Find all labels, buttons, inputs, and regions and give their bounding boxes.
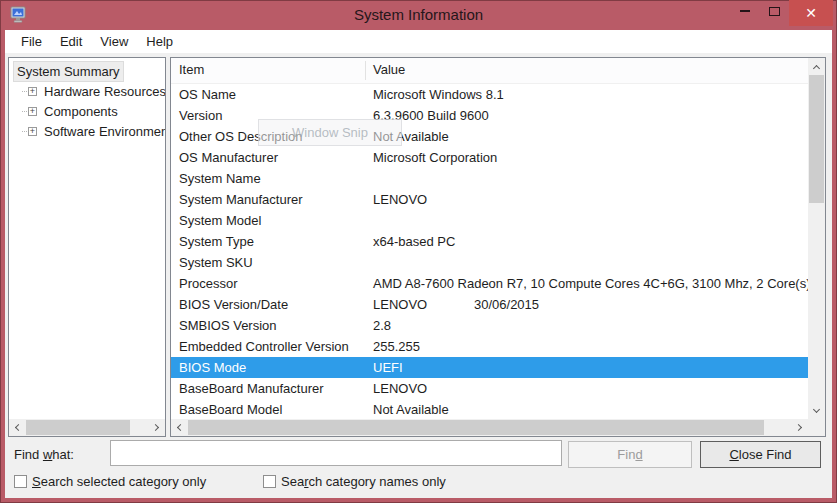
navigation-tree: System Summary+Hardware Resources+Compon… xyxy=(8,57,166,437)
menu-item-help[interactable]: Help xyxy=(137,32,182,51)
menubar: FileEditViewHelp xyxy=(5,30,832,53)
table-row[interactable]: SMBIOS Version2.8 xyxy=(171,315,808,336)
value-cell: x64-based PC xyxy=(373,231,455,252)
chevron-left-icon xyxy=(177,424,184,431)
chevron-down-icon xyxy=(813,405,820,412)
value-cell: Microsoft Corporation xyxy=(373,147,497,168)
window-snip-ghost-tooltip: Window Snip xyxy=(258,119,402,146)
menu-item-view[interactable]: View xyxy=(91,32,137,51)
scrollbar-thumb[interactable] xyxy=(26,420,130,435)
expand-plus-icon[interactable]: + xyxy=(28,127,37,136)
column-header-item[interactable]: Item xyxy=(179,62,204,77)
chevron-right-icon xyxy=(152,424,159,431)
item-cell: OS Name xyxy=(179,84,236,105)
find-what-label: Find what: xyxy=(14,447,74,462)
search-category-names-checkbox[interactable]: Search category names only xyxy=(263,474,446,489)
item-cell: System Manufacturer xyxy=(179,189,303,210)
maximize-button[interactable] xyxy=(760,0,789,22)
value-cell: Microsoft Windows 8.1 xyxy=(373,84,504,105)
table-row[interactable]: System Name xyxy=(171,168,808,189)
value-cell: LENOVO xyxy=(373,294,427,315)
table-row[interactable]: ProcessorAMD A8-7600 Radeon R7, 10 Compu… xyxy=(171,273,808,294)
tree-item-hardware-resources[interactable]: +Hardware Resources xyxy=(9,81,165,101)
menu-item-edit[interactable]: Edit xyxy=(51,32,91,51)
table-row[interactable]: System Model xyxy=(171,210,808,231)
column-divider[interactable] xyxy=(365,61,366,80)
value-cell: LENOVO xyxy=(373,378,427,399)
table-row[interactable]: System SKU xyxy=(171,252,808,273)
item-cell: SMBIOS Version xyxy=(179,315,277,336)
find-input[interactable] xyxy=(110,440,562,466)
scroll-right-button[interactable] xyxy=(148,419,165,436)
item-cell: BaseBoard Model xyxy=(179,399,282,420)
scroll-down-button[interactable] xyxy=(808,402,825,419)
item-cell: System Name xyxy=(179,168,261,189)
tree-item-system-summary[interactable]: System Summary xyxy=(9,61,165,81)
maximize-icon xyxy=(769,7,780,16)
scroll-right-button[interactable] xyxy=(791,419,808,436)
value-cell: AMD A8-7600 Radeon R7, 10 Compute Cores … xyxy=(373,273,811,294)
chevron-left-icon xyxy=(15,424,22,431)
close-find-button[interactable]: Close Find xyxy=(700,441,821,468)
close-button[interactable]: ✕ xyxy=(789,0,833,26)
chevron-right-icon xyxy=(795,424,802,431)
tree-connector xyxy=(22,91,27,92)
table-row[interactable]: OS ManufacturerMicrosoft Corporation xyxy=(171,147,808,168)
scrollbar-thumb[interactable] xyxy=(188,420,764,435)
search-selected-category-checkbox[interactable]: Search selected category only xyxy=(14,474,206,489)
expand-plus-icon[interactable]: + xyxy=(28,87,37,96)
item-cell: Processor xyxy=(179,273,238,294)
column-header-value[interactable]: Value xyxy=(373,62,405,77)
checkbox-label: Search category names only xyxy=(281,474,446,489)
item-cell: BaseBoard Manufacturer xyxy=(179,378,324,399)
tree-item-label: Hardware Resources xyxy=(41,82,165,101)
item-cell: System Type xyxy=(179,231,254,252)
details-table: Item Value OS NameMicrosoft Windows 8.1V… xyxy=(170,57,826,437)
checkbox-label: Search selected category only xyxy=(32,474,206,489)
item-cell: BIOS Mode xyxy=(179,357,246,378)
window-title: System Information xyxy=(0,6,837,23)
item-cell: System Model xyxy=(179,210,261,231)
scrollbar-thumb[interactable] xyxy=(809,75,824,203)
table-row[interactable]: System Typex64-based PC xyxy=(171,231,808,252)
tree-item-label: Components xyxy=(41,102,121,121)
tree-item-label: Software Environment xyxy=(41,122,165,141)
item-cell: Embedded Controller Version xyxy=(179,336,349,357)
table-row[interactable]: BaseBoard ManufacturerLENOVO xyxy=(171,378,808,399)
value-cell: 2.8 xyxy=(373,315,391,336)
scroll-left-button[interactable] xyxy=(9,419,26,436)
table-row[interactable]: System ManufacturerLENOVO xyxy=(171,189,808,210)
item-cell: Version xyxy=(179,105,222,126)
item-cell: OS Manufacturer xyxy=(179,147,278,168)
table-row[interactable]: BIOS ModeUEFI xyxy=(171,357,808,378)
tree-connector xyxy=(22,111,27,112)
tree-item-software-environment[interactable]: +Software Environment xyxy=(9,121,165,141)
table-vertical-scrollbar[interactable] xyxy=(808,58,825,419)
table-horizontal-scrollbar[interactable] xyxy=(171,419,808,436)
tree-horizontal-scrollbar[interactable] xyxy=(9,419,165,436)
tree-item-label: System Summary xyxy=(14,62,123,81)
table-row[interactable]: Embedded Controller Version255.255 xyxy=(171,336,808,357)
expand-plus-icon[interactable]: + xyxy=(28,107,37,116)
value-cell: LENOVO xyxy=(373,189,427,210)
system-information-window: System Information ✕ FileEditViewHelp Sy… xyxy=(0,0,837,503)
scrollbar-corner xyxy=(808,419,825,436)
find-button[interactable]: Find xyxy=(568,441,692,468)
titlebar[interactable]: System Information ✕ xyxy=(0,0,837,30)
table-row[interactable]: OS NameMicrosoft Windows 8.1 xyxy=(171,84,808,105)
minimize-icon xyxy=(740,10,750,12)
scroll-left-button[interactable] xyxy=(171,419,188,436)
scroll-up-button[interactable] xyxy=(808,58,825,75)
item-cell: BIOS Version/Date xyxy=(179,294,288,315)
item-cell: System SKU xyxy=(179,252,253,273)
table-row[interactable]: BaseBoard ModelNot Available xyxy=(171,399,808,420)
chevron-up-icon xyxy=(813,64,820,71)
checkbox-icon xyxy=(14,475,27,488)
value2-cell: 30/06/2015 xyxy=(474,294,539,315)
checkbox-icon xyxy=(263,475,276,488)
tree-connector xyxy=(22,131,27,132)
minimize-button[interactable] xyxy=(730,0,759,22)
menu-item-file[interactable]: File xyxy=(12,32,51,51)
table-row[interactable]: BIOS Version/DateLENOVO30/06/2015 xyxy=(171,294,808,315)
tree-item-components[interactable]: +Components xyxy=(9,101,165,121)
